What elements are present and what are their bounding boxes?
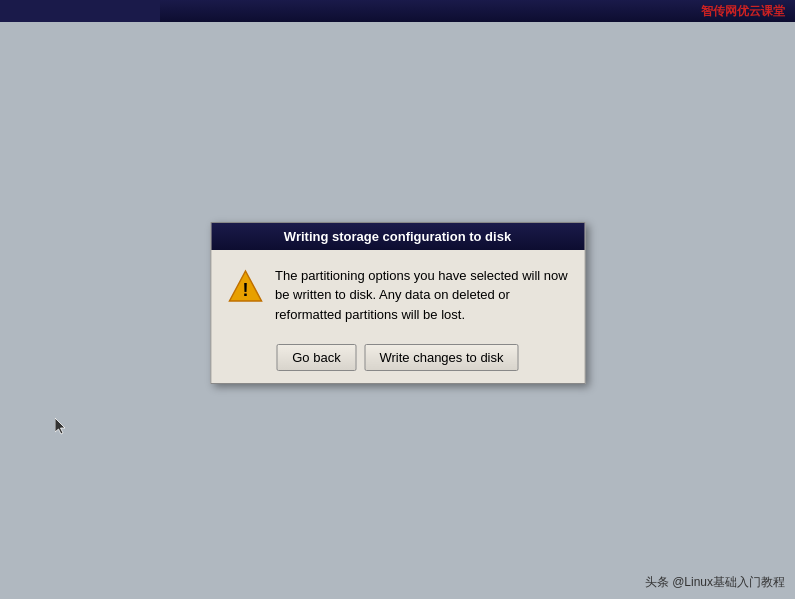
watermark-text: 头条 @Linux基础入门教程 bbox=[645, 575, 785, 589]
svg-marker-2 bbox=[55, 418, 65, 434]
dialog: Writing storage configuration to disk ! … bbox=[210, 222, 585, 385]
dialog-message: The partitioning options you have select… bbox=[275, 266, 568, 325]
mouse-cursor bbox=[55, 418, 67, 436]
dialog-title: Writing storage configuration to disk bbox=[284, 229, 511, 244]
go-back-button[interactable]: Go back bbox=[276, 344, 356, 371]
svg-text:!: ! bbox=[242, 280, 248, 300]
dialog-container: Writing storage configuration to disk ! … bbox=[210, 222, 585, 385]
dialog-body: ! The partitioning options you have sele… bbox=[211, 250, 584, 384]
dialog-content: ! The partitioning options you have sele… bbox=[227, 266, 568, 325]
bottom-watermark: 头条 @Linux基础入门教程 bbox=[645, 574, 785, 591]
warning-icon: ! bbox=[227, 268, 263, 304]
top-bar-logo: 智传网优云课堂 bbox=[701, 3, 785, 20]
write-changes-button[interactable]: Write changes to disk bbox=[364, 344, 518, 371]
top-bar: 智传网优云课堂 bbox=[0, 0, 795, 22]
dialog-buttons: Go back Write changes to disk bbox=[227, 340, 568, 371]
top-bar-left-block bbox=[0, 0, 160, 22]
dialog-titlebar: Writing storage configuration to disk bbox=[211, 223, 584, 250]
